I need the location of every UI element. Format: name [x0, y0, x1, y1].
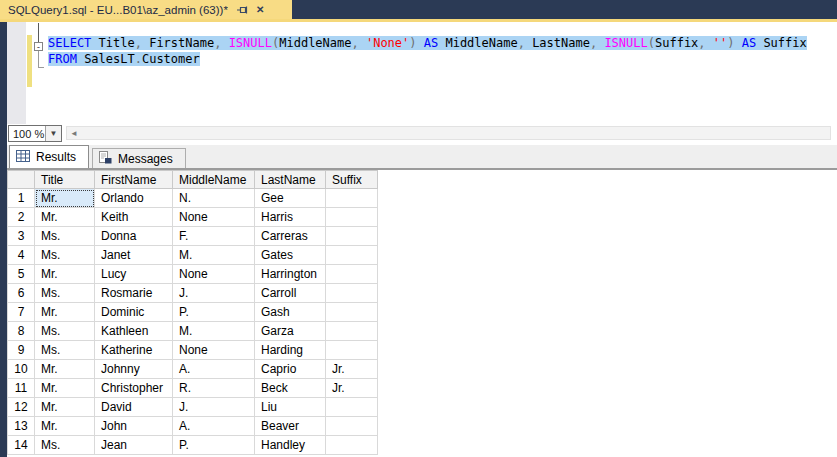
- grid-cell[interactable]: [326, 265, 378, 284]
- grid-cell[interactable]: Ms.: [35, 227, 95, 246]
- grid-cell[interactable]: [326, 227, 378, 246]
- grid-cell[interactable]: Liu: [255, 398, 326, 417]
- grid-cell[interactable]: Ms.: [35, 284, 95, 303]
- row-number-cell[interactable]: 5: [8, 265, 35, 284]
- grid-cell[interactable]: Ms.: [35, 322, 95, 341]
- grid-cell[interactable]: Kathleen: [95, 322, 173, 341]
- grid-cell[interactable]: Mr.: [35, 189, 95, 208]
- row-number-cell[interactable]: 7: [8, 303, 35, 322]
- grid-cell[interactable]: [326, 189, 378, 208]
- code-line[interactable]: FROM SalesLT.Customer: [48, 51, 807, 67]
- grid-cell[interactable]: Mr.: [35, 417, 95, 436]
- grid-cell[interactable]: Lucy: [95, 265, 173, 284]
- grid-cell[interactable]: M.: [173, 322, 255, 341]
- grid-cell[interactable]: Garza: [255, 322, 326, 341]
- grid-cell[interactable]: Mr.: [35, 208, 95, 227]
- grid-cell[interactable]: Donna: [95, 227, 173, 246]
- grid-cell[interactable]: Jean: [95, 436, 173, 455]
- grid-cell[interactable]: J.: [173, 398, 255, 417]
- grid-cell[interactable]: Carreras: [255, 227, 326, 246]
- grid-cell[interactable]: N.: [173, 189, 255, 208]
- grid-cell[interactable]: Gates: [255, 246, 326, 265]
- grid-cell[interactable]: Beck: [255, 379, 326, 398]
- grid-cell[interactable]: Harrington: [255, 265, 326, 284]
- grid-cell[interactable]: Katherine: [95, 341, 173, 360]
- grid-column-header[interactable]: Suffix: [326, 171, 378, 189]
- tab-messages[interactable]: Messages: [92, 148, 186, 168]
- row-number-cell[interactable]: 13: [8, 417, 35, 436]
- grid-cell[interactable]: R.: [173, 379, 255, 398]
- grid-cell[interactable]: P.: [173, 303, 255, 322]
- row-number-cell[interactable]: 10: [8, 360, 35, 379]
- code-fold-toggle[interactable]: -: [34, 42, 43, 51]
- grid-cell[interactable]: Caprio: [255, 360, 326, 379]
- grid-cell[interactable]: [326, 303, 378, 322]
- row-number-cell[interactable]: 1: [8, 189, 35, 208]
- grid-cell[interactable]: Christopher: [95, 379, 173, 398]
- grid-cell[interactable]: Gee: [255, 189, 326, 208]
- grid-cell[interactable]: A.: [173, 360, 255, 379]
- sql-editor[interactable]: - SELECT Title, FirstName, ISNULL(Middle…: [7, 22, 837, 124]
- chevron-down-icon[interactable]: ▼: [45, 126, 61, 141]
- grid-cell[interactable]: P.: [173, 436, 255, 455]
- grid-cell[interactable]: Jr.: [326, 379, 378, 398]
- grid-cell[interactable]: Keith: [95, 208, 173, 227]
- grid-cell[interactable]: Harris: [255, 208, 326, 227]
- grid-cell[interactable]: F.: [173, 227, 255, 246]
- grid-cell[interactable]: None: [173, 265, 255, 284]
- grid-cell[interactable]: Handley: [255, 436, 326, 455]
- grid-column-header[interactable]: FirstName: [95, 171, 173, 189]
- grid-cell[interactable]: None: [173, 341, 255, 360]
- grid-cell[interactable]: Ms.: [35, 246, 95, 265]
- row-number-cell[interactable]: 2: [8, 208, 35, 227]
- close-icon[interactable]: ✕: [256, 5, 264, 15]
- grid-cell[interactable]: [326, 417, 378, 436]
- pin-icon[interactable]: [236, 4, 248, 16]
- row-number-cell[interactable]: 9: [8, 341, 35, 360]
- grid-cell[interactable]: Mr.: [35, 265, 95, 284]
- code-area[interactable]: SELECT Title, FirstName, ISNULL(MiddleNa…: [48, 35, 807, 67]
- grid-cell[interactable]: David: [95, 398, 173, 417]
- document-tab[interactable]: SQLQuery1.sql - EU...B01\az_admin (63))*…: [0, 0, 292, 19]
- grid-cell[interactable]: [326, 436, 378, 455]
- code-line[interactable]: SELECT Title, FirstName, ISNULL(MiddleNa…: [48, 35, 807, 51]
- grid-cell[interactable]: Jr.: [326, 360, 378, 379]
- grid-column-header[interactable]: LastName: [255, 171, 326, 189]
- grid-cell[interactable]: Dominic: [95, 303, 173, 322]
- row-number-cell[interactable]: 14: [8, 436, 35, 455]
- row-number-cell[interactable]: 6: [8, 284, 35, 303]
- grid-cell[interactable]: None: [173, 208, 255, 227]
- grid-cell[interactable]: Rosmarie: [95, 284, 173, 303]
- grid-cell[interactable]: [326, 398, 378, 417]
- grid-cell[interactable]: Janet: [95, 246, 173, 265]
- row-number-cell[interactable]: 8: [8, 322, 35, 341]
- grid-cell[interactable]: [326, 322, 378, 341]
- grid-cell[interactable]: Harding: [255, 341, 326, 360]
- grid-cell[interactable]: Mr.: [35, 303, 95, 322]
- grid-cell[interactable]: [326, 341, 378, 360]
- grid-column-header[interactable]: Title: [35, 171, 95, 189]
- grid-cell[interactable]: Mr.: [35, 379, 95, 398]
- editor-horizontal-scrollbar[interactable]: ◄: [66, 126, 831, 140]
- grid-cell[interactable]: Beaver: [255, 417, 326, 436]
- grid-cell[interactable]: M.: [173, 246, 255, 265]
- grid-cell[interactable]: Mr.: [35, 360, 95, 379]
- grid-cell[interactable]: Carroll: [255, 284, 326, 303]
- scroll-left-arrow-icon[interactable]: ◄: [67, 129, 78, 138]
- row-number-cell[interactable]: 11: [8, 379, 35, 398]
- grid-cell[interactable]: A.: [173, 417, 255, 436]
- grid-cell[interactable]: Mr.: [35, 398, 95, 417]
- row-number-cell[interactable]: 12: [8, 398, 35, 417]
- grid-cell[interactable]: Orlando: [95, 189, 173, 208]
- row-number-cell[interactable]: 3: [8, 227, 35, 246]
- grid-cell[interactable]: John: [95, 417, 173, 436]
- grid-cell[interactable]: J.: [173, 284, 255, 303]
- grid-cell[interactable]: Ms.: [35, 436, 95, 455]
- select-all-header[interactable]: [8, 171, 35, 189]
- grid-cell[interactable]: [326, 284, 378, 303]
- grid-cell[interactable]: [326, 208, 378, 227]
- grid-cell[interactable]: Gash: [255, 303, 326, 322]
- grid-cell[interactable]: Ms.: [35, 341, 95, 360]
- editor-zoom-dropdown[interactable]: 100 % ▼: [8, 125, 62, 142]
- grid-cell[interactable]: Johnny: [95, 360, 173, 379]
